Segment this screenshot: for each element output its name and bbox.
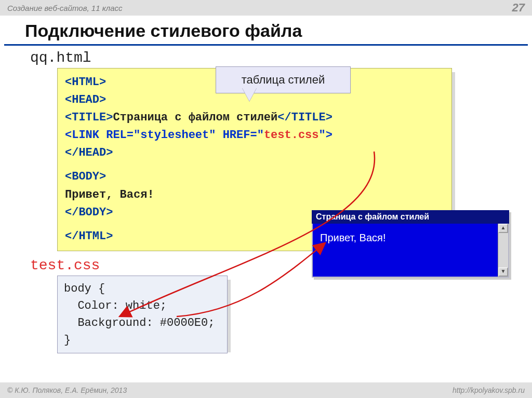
css-code-block: body { Color: white; Background: #0000E0… xyxy=(29,276,511,353)
callout-box: таблица стилей xyxy=(216,66,351,93)
course-label: Создание веб-сайтов, 11 класс xyxy=(7,4,123,12)
browser-title: Страница с файлом стилей xyxy=(316,212,429,222)
css-code: body { Color: white; Background: #0000E0… xyxy=(57,276,228,353)
browser-titlebar: Страница с файлом стилей xyxy=(312,210,509,224)
callout-text: таблица стилей xyxy=(242,73,325,86)
browser-preview: Страница с файлом стилей Привет, Вася! ▲… xyxy=(312,210,509,278)
footer-url: http://kpolyakov.spb.ru xyxy=(453,386,525,394)
scrollbar[interactable]: ▲ ▼ xyxy=(498,224,508,277)
copyright: © К.Ю. Поляков, Е.А. Ерёмин, 2013 xyxy=(7,386,127,394)
scroll-up-icon[interactable]: ▲ xyxy=(498,224,508,233)
callout-pointer xyxy=(242,88,257,101)
slide-title: Подключение стилевого файла xyxy=(4,16,528,46)
scroll-down-icon[interactable]: ▼ xyxy=(498,267,508,277)
code-line: Привет, Вася! xyxy=(65,186,444,204)
page-number: 27 xyxy=(512,1,525,15)
code-line: </HEAD> xyxy=(65,144,444,162)
browser-body: Привет, Вася! ▲ ▼ xyxy=(312,224,509,278)
code-line: <LINK REL="stylesheet" HREF="test.css"> xyxy=(65,127,444,144)
code-line: <BODY> xyxy=(65,168,444,186)
spacer xyxy=(65,162,444,168)
slide-header: Создание веб-сайтов, 11 класс 27 xyxy=(0,0,532,16)
slide-footer: © К.Ю. Поляков, Е.А. Ерёмин, 2013 http:/… xyxy=(0,382,532,398)
code-line: <TITLE>Страница с файлом стилей</TITLE> xyxy=(65,109,444,127)
html-filename: qq.html xyxy=(30,50,511,66)
browser-body-text: Привет, Вася! xyxy=(320,232,385,243)
